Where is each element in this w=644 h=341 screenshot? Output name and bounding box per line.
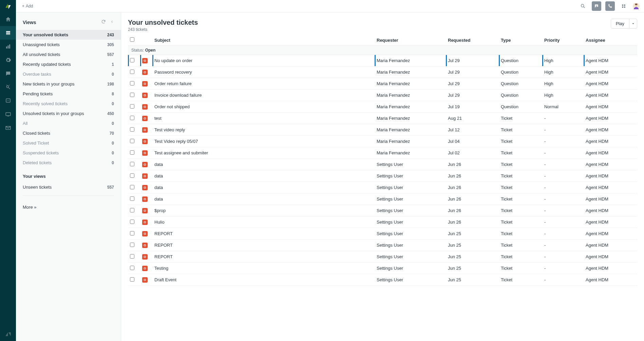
ticket-row[interactable]: OTest assignee and submiterMaria Fernand… <box>128 147 637 159</box>
view-item[interactable]: All0 <box>16 118 121 128</box>
view-item[interactable]: Recently solved tickets0 <box>16 99 121 109</box>
view-item[interactable]: Pending tickets8 <box>16 89 121 99</box>
ticket-row[interactable]: OTest Video reply 05/07Maria FernandezJu… <box>128 136 637 147</box>
collapse-icon[interactable] <box>110 20 114 25</box>
status-badge-icon: O <box>142 162 148 167</box>
nav-rail <box>0 0 16 341</box>
cell-requested: Jun 26 <box>446 193 499 205</box>
row-checkbox[interactable] <box>130 70 134 74</box>
ticket-row[interactable]: OREPORTSettings UserJun 25Ticket-Agent H… <box>128 240 637 251</box>
row-checkbox[interactable] <box>130 173 134 178</box>
ticket-row[interactable]: OtestMaria FernandezAug 21Ticket-Agent H… <box>128 113 637 124</box>
col-requested[interactable]: Requested <box>446 35 499 46</box>
row-checkbox[interactable] <box>130 81 134 86</box>
row-checkbox[interactable] <box>130 58 134 62</box>
ticket-row[interactable]: O$propSettings UserJun 26Ticket-Agent HD… <box>128 205 637 216</box>
row-checkbox[interactable] <box>130 208 134 212</box>
view-item[interactable]: New tickets in your groups198 <box>16 79 121 89</box>
row-checkbox[interactable] <box>130 116 134 120</box>
ticket-row[interactable]: OdataSettings UserJun 26Ticket-Agent HDM <box>128 193 637 205</box>
ticket-row[interactable]: OREPORTSettings UserJun 25Ticket-Agent H… <box>128 228 637 240</box>
cell-assignee: Agent HDM <box>584 216 637 228</box>
row-checkbox[interactable] <box>130 162 134 166</box>
nav-views[interactable] <box>0 26 16 40</box>
ticket-row[interactable]: ODraft EventSettings UserJun 25Ticket-Ag… <box>128 274 637 286</box>
ticket-row[interactable]: OREPORTSettings UserJun 25Ticket-Agent H… <box>128 251 637 263</box>
row-checkbox[interactable] <box>130 231 134 235</box>
cell-requester: Settings User <box>375 228 446 240</box>
nav-admin[interactable] <box>0 53 16 67</box>
search-icon[interactable] <box>578 1 588 11</box>
nav-widget[interactable] <box>0 94 16 108</box>
view-item[interactable]: Solved Ticket0 <box>16 138 121 148</box>
cell-assignee: Agent HDM <box>584 136 637 147</box>
ticket-row[interactable]: OOrder return failureMaria FernandezJul … <box>128 78 637 90</box>
row-checkbox[interactable] <box>130 185 134 189</box>
conversations-icon[interactable] <box>592 1 601 11</box>
cell-requester: Settings User <box>375 263 446 274</box>
row-checkbox[interactable] <box>130 243 134 247</box>
cell-requested: Jul 29 <box>446 90 499 101</box>
col-assignee[interactable]: Assignee <box>584 35 637 46</box>
ticket-row[interactable]: OdataSettings UserJun 26Ticket-Agent HDM <box>128 170 637 182</box>
col-priority[interactable]: Priority <box>542 35 584 46</box>
nav-chat[interactable] <box>0 67 16 80</box>
view-count: 1 <box>112 62 114 67</box>
col-type[interactable]: Type <box>499 35 542 46</box>
view-item[interactable]: All unsolved tickets557 <box>16 50 121 59</box>
view-label: All unsolved tickets <box>23 52 107 57</box>
row-checkbox[interactable] <box>130 277 134 282</box>
view-label: New tickets in your groups <box>23 81 107 87</box>
row-checkbox[interactable] <box>130 254 134 259</box>
row-checkbox[interactable] <box>130 266 134 270</box>
view-item[interactable]: Overdue tasks0 <box>16 69 121 79</box>
ticket-row[interactable]: OHulioSettings UserJun 26Ticket-Agent HD… <box>128 216 637 228</box>
ticket-row[interactable]: OdataSettings UserJun 26Ticket-Agent HDM <box>128 182 637 193</box>
apps-icon[interactable] <box>619 1 628 11</box>
col-requester[interactable]: Requester <box>375 35 446 46</box>
ticket-row[interactable]: OOrder not shippedMaria FernandezJul 19Q… <box>128 101 637 113</box>
row-checkbox[interactable] <box>130 127 134 132</box>
phone-icon[interactable] <box>605 1 615 11</box>
play-dropdown[interactable] <box>629 19 637 28</box>
row-checkbox[interactable] <box>130 104 134 109</box>
view-item[interactable]: Suspended tickets0 <box>16 148 121 158</box>
select-all-checkbox[interactable] <box>130 37 134 42</box>
nav-search-alt[interactable] <box>0 80 16 94</box>
view-item[interactable]: Closed tickets70 <box>16 128 121 138</box>
cell-subject: Test video reply <box>152 124 375 136</box>
nav-computer[interactable] <box>0 108 16 121</box>
zendesk-logo-icon[interactable] <box>0 327 16 341</box>
cell-requester: Maria Fernandez <box>375 90 446 101</box>
row-checkbox[interactable] <box>130 93 134 97</box>
cell-subject: Hulio <box>152 216 375 228</box>
col-subject[interactable]: Subject <box>152 35 375 46</box>
row-checkbox[interactable] <box>130 196 134 201</box>
user-avatar[interactable] <box>632 2 640 10</box>
refresh-icon[interactable] <box>101 19 106 25</box>
ticket-row[interactable]: ONo update on orderMaria FernandezJul 29… <box>128 55 637 67</box>
nav-reporting[interactable] <box>0 40 16 53</box>
add-button[interactable]: + Add <box>20 2 35 10</box>
app-logo[interactable] <box>0 0 16 13</box>
ticket-row[interactable]: OdataSettings UserJun 26Ticket-Agent HDM <box>128 159 637 170</box>
more-link[interactable]: More » <box>16 199 121 215</box>
row-checkbox[interactable] <box>130 150 134 155</box>
play-button[interactable]: Play <box>611 19 629 28</box>
ticket-row[interactable]: OTestingSettings UserJun 25Ticket-Agent … <box>128 263 637 274</box>
nav-home[interactable] <box>0 13 16 26</box>
view-item[interactable]: Unsolved tickets in your groups450 <box>16 109 121 118</box>
ticket-row[interactable]: OTest video replyMaria FernandezJul 12Ti… <box>128 124 637 136</box>
row-checkbox[interactable] <box>130 220 134 224</box>
cell-type: Ticket <box>499 159 542 170</box>
row-checkbox[interactable] <box>130 139 134 143</box>
view-item[interactable]: Unseen tickets557 <box>16 182 121 192</box>
view-item[interactable]: Your unsolved tickets243 <box>16 30 121 40</box>
view-item[interactable]: Deleted tickets0 <box>16 158 121 168</box>
view-item[interactable]: Recently updated tickets1 <box>16 59 121 69</box>
cell-requester: Settings User <box>375 182 446 193</box>
ticket-row[interactable]: OInvoice download failureMaria Fernandez… <box>128 90 637 101</box>
nav-email[interactable] <box>0 121 16 135</box>
view-item[interactable]: Unassigned tickets305 <box>16 40 121 50</box>
ticket-row[interactable]: OPassword recoveryMaria FernandezJul 29Q… <box>128 67 637 78</box>
